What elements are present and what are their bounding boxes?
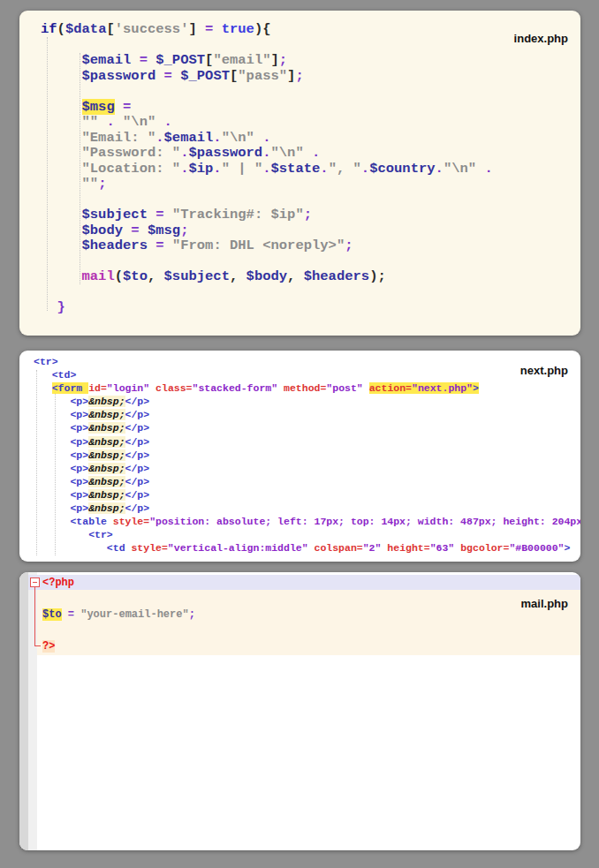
file-label-next-php: next.php bbox=[520, 364, 568, 377]
fold-bracket-tick bbox=[34, 645, 41, 646]
code-panel-index-php: index.php if($data['success'] = true){ $… bbox=[19, 11, 580, 336]
code-area-index-php: if($data['success'] = true){ $email = $_… bbox=[41, 22, 493, 316]
code-panel-mail-php: mail.php <?php $to = "your-email-here"; … bbox=[19, 572, 580, 850]
editor-gutter bbox=[19, 572, 28, 850]
file-label-mail-php: mail.php bbox=[521, 597, 568, 610]
minus-icon bbox=[33, 582, 37, 583]
fold-collapse-icon[interactable] bbox=[30, 577, 40, 587]
fold-bracket-line bbox=[34, 587, 35, 645]
code-area-next-php: <tr> <td> <form id="login" class="stacke… bbox=[34, 355, 580, 555]
code-panel-next-php: next.php <tr> <td> <form id="login" clas… bbox=[19, 351, 580, 562]
fold-margin bbox=[28, 572, 37, 850]
file-label-index-php: index.php bbox=[514, 32, 568, 45]
code-area-mail-php: <?php $to = "your-email-here"; ?> bbox=[42, 575, 195, 654]
